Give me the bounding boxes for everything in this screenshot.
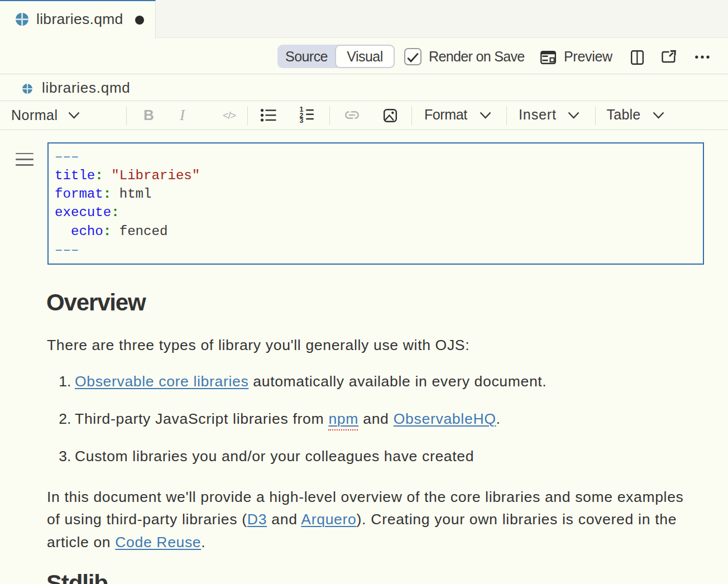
svg-text:3: 3	[299, 117, 303, 125]
